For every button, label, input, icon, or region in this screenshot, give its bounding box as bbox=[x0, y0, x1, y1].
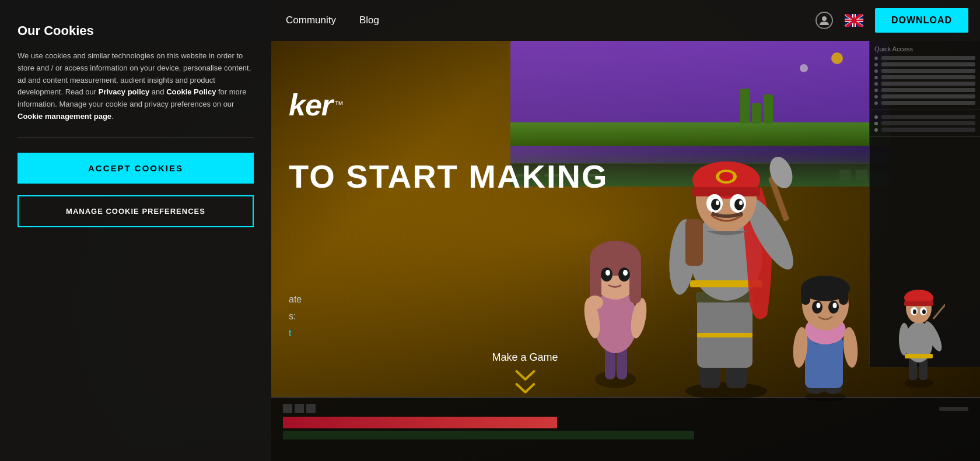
svg-rect-79 bbox=[853, 14, 855, 27]
svg-line-75 bbox=[845, 14, 863, 27]
svg-rect-78 bbox=[845, 19, 863, 22]
svg-point-71 bbox=[822, 16, 827, 21]
language-flag[interactable] bbox=[845, 14, 863, 27]
svg-rect-72 bbox=[845, 14, 863, 27]
app-logo-text: ker bbox=[289, 87, 332, 122]
cookie-divider bbox=[18, 138, 254, 138]
svg-rect-77 bbox=[852, 14, 856, 27]
cookie-title: Our Cookies bbox=[18, 23, 254, 38]
chevron-down-1 bbox=[513, 369, 537, 381]
svg-line-73 bbox=[845, 14, 863, 27]
make-game-label: Make a Game bbox=[492, 351, 558, 364]
user-svg bbox=[819, 15, 830, 26]
cookie-body-text: We use cookies and similar technologies … bbox=[18, 50, 254, 123]
cookie-consent-overlay: Our Cookies We use cookies and similar t… bbox=[0, 0, 271, 461]
cookie-policy-link[interactable]: Cookie Policy bbox=[166, 87, 216, 96]
svg-rect-80 bbox=[845, 20, 863, 22]
hero-content-area: ker ™ TO START MAKING ate s: t bbox=[271, 41, 980, 461]
make-game-section[interactable]: Make a Game bbox=[492, 351, 558, 394]
chevron-down-2 bbox=[513, 382, 537, 394]
cookie-management-link[interactable]: Cookie management page bbox=[18, 112, 111, 121]
uk-flag-svg bbox=[845, 14, 863, 27]
app-logo-area: ker ™ bbox=[289, 87, 344, 122]
download-button[interactable]: DOWNLOAD bbox=[875, 8, 968, 33]
sub-link[interactable]: t bbox=[289, 328, 291, 338]
privacy-policy-link[interactable]: Privacy policy bbox=[99, 87, 149, 96]
hero-subcontent: ate s: t bbox=[289, 291, 302, 342]
accept-cookies-button[interactable]: ACCEPT COOKIES bbox=[18, 153, 254, 184]
svg-line-74 bbox=[845, 14, 863, 27]
user-account-icon[interactable] bbox=[816, 12, 833, 29]
hero-headline: TO START MAKING bbox=[289, 157, 608, 195]
navbar-right-actions: DOWNLOAD bbox=[816, 8, 968, 33]
sub-line-1: ate bbox=[289, 291, 302, 308]
sub-line-2: s: bbox=[289, 308, 302, 325]
nav-blog[interactable]: Blog bbox=[359, 15, 379, 26]
manage-cookie-preferences-button[interactable]: MANAGE COOKIE PREFERENCES bbox=[18, 195, 254, 227]
trademark-symbol: ™ bbox=[334, 100, 344, 110]
svg-line-76 bbox=[845, 14, 863, 27]
nav-community[interactable]: Community bbox=[286, 15, 336, 26]
